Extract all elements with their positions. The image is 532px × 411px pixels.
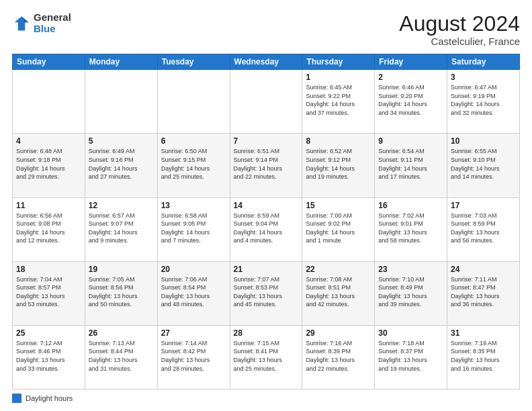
day-info: Sunrise: 7:00 AM Sunset: 9:02 PM Dayligh… bbox=[306, 212, 371, 245]
day-number: 26 bbox=[89, 328, 154, 338]
table-row bbox=[85, 70, 157, 134]
logo-text: General Blue bbox=[34, 12, 71, 34]
day-info: Sunrise: 7:06 AM Sunset: 8:54 PM Dayligh… bbox=[161, 275, 226, 309]
day-info: Sunrise: 6:48 AM Sunset: 9:18 PM Dayligh… bbox=[16, 147, 81, 181]
table-row: 9Sunrise: 6:54 AM Sunset: 9:11 PM Daylig… bbox=[375, 134, 447, 197]
col-sunday: Sunday bbox=[13, 54, 85, 70]
col-wednesday: Wednesday bbox=[230, 54, 302, 70]
table-row bbox=[230, 70, 302, 134]
day-number: 24 bbox=[451, 265, 516, 274]
day-info: Sunrise: 7:11 AM Sunset: 8:47 PM Dayligh… bbox=[451, 275, 516, 309]
table-row: 13Sunrise: 6:58 AM Sunset: 9:05 PM Dayli… bbox=[157, 197, 230, 261]
day-info: Sunrise: 7:12 AM Sunset: 8:46 PM Dayligh… bbox=[16, 339, 81, 373]
day-info: Sunrise: 7:18 AM Sunset: 8:37 PM Dayligh… bbox=[378, 339, 443, 373]
day-number: 12 bbox=[89, 201, 154, 210]
day-number: 7 bbox=[234, 136, 299, 146]
day-info: Sunrise: 6:45 AM Sunset: 9:22 PM Dayligh… bbox=[306, 83, 371, 117]
table-row: 28Sunrise: 7:15 AM Sunset: 8:41 PM Dayli… bbox=[230, 325, 302, 389]
day-info: Sunrise: 7:08 AM Sunset: 8:51 PM Dayligh… bbox=[306, 275, 371, 309]
day-info: Sunrise: 6:51 AM Sunset: 9:14 PM Dayligh… bbox=[234, 147, 299, 181]
table-row bbox=[157, 70, 230, 134]
day-number: 16 bbox=[378, 201, 443, 210]
day-info: Sunrise: 6:49 AM Sunset: 9:16 PM Dayligh… bbox=[89, 147, 154, 181]
month-year-title: August 2024 bbox=[399, 12, 520, 36]
day-info: Sunrise: 7:19 AM Sunset: 8:35 PM Dayligh… bbox=[451, 339, 516, 373]
day-number: 18 bbox=[16, 265, 81, 274]
table-row: 21Sunrise: 7:07 AM Sunset: 8:53 PM Dayli… bbox=[230, 261, 302, 325]
day-info: Sunrise: 7:07 AM Sunset: 8:53 PM Dayligh… bbox=[234, 275, 299, 309]
table-row: 27Sunrise: 7:14 AM Sunset: 8:42 PM Dayli… bbox=[157, 325, 230, 389]
col-tuesday: Tuesday bbox=[157, 54, 230, 70]
logo: General Blue bbox=[12, 12, 71, 34]
day-number: 14 bbox=[234, 201, 299, 210]
day-number: 1 bbox=[306, 73, 371, 82]
table-row: 6Sunrise: 6:50 AM Sunset: 9:15 PM Daylig… bbox=[157, 134, 230, 197]
day-info: Sunrise: 6:57 AM Sunset: 9:07 PM Dayligh… bbox=[89, 212, 154, 245]
day-info: Sunrise: 6:47 AM Sunset: 9:19 PM Dayligh… bbox=[451, 83, 516, 117]
day-info: Sunrise: 6:59 AM Sunset: 9:04 PM Dayligh… bbox=[234, 212, 299, 245]
calendar-week-row: 1Sunrise: 6:45 AM Sunset: 9:22 PM Daylig… bbox=[13, 70, 520, 134]
table-row: 1Sunrise: 6:45 AM Sunset: 9:22 PM Daylig… bbox=[302, 70, 375, 134]
day-info: Sunrise: 7:05 AM Sunset: 8:56 PM Dayligh… bbox=[89, 275, 154, 309]
table-row: 11Sunrise: 6:56 AM Sunset: 9:08 PM Dayli… bbox=[13, 197, 85, 261]
table-row: 17Sunrise: 7:03 AM Sunset: 8:59 PM Dayli… bbox=[447, 197, 520, 261]
col-thursday: Thursday bbox=[302, 54, 375, 70]
legend: Daylight hours bbox=[12, 394, 520, 403]
day-number: 6 bbox=[161, 136, 226, 146]
table-row: 29Sunrise: 7:16 AM Sunset: 8:39 PM Dayli… bbox=[302, 325, 375, 389]
table-row: 23Sunrise: 7:10 AM Sunset: 8:49 PM Dayli… bbox=[375, 261, 447, 325]
day-number: 5 bbox=[89, 136, 154, 146]
day-number: 10 bbox=[451, 136, 516, 146]
table-row: 18Sunrise: 7:04 AM Sunset: 8:57 PM Dayli… bbox=[13, 261, 85, 325]
table-row: 5Sunrise: 6:49 AM Sunset: 9:16 PM Daylig… bbox=[85, 134, 157, 197]
table-row: 8Sunrise: 6:52 AM Sunset: 9:12 PM Daylig… bbox=[302, 134, 375, 197]
day-info: Sunrise: 7:02 AM Sunset: 9:01 PM Dayligh… bbox=[378, 212, 443, 245]
table-row: 3Sunrise: 6:47 AM Sunset: 9:19 PM Daylig… bbox=[447, 70, 520, 134]
calendar-header-row: Sunday Monday Tuesday Wednesday Thursday… bbox=[13, 54, 520, 70]
day-info: Sunrise: 6:46 AM Sunset: 9:20 PM Dayligh… bbox=[378, 83, 443, 117]
day-number: 17 bbox=[451, 201, 516, 210]
table-row: 24Sunrise: 7:11 AM Sunset: 8:47 PM Dayli… bbox=[447, 261, 520, 325]
title-block: August 2024 Castelculier, France bbox=[399, 12, 520, 47]
day-number: 31 bbox=[451, 328, 516, 338]
day-info: Sunrise: 6:58 AM Sunset: 9:05 PM Dayligh… bbox=[161, 212, 226, 245]
day-info: Sunrise: 7:04 AM Sunset: 8:57 PM Dayligh… bbox=[16, 275, 81, 309]
page: General Blue August 2024 Castelculier, F… bbox=[0, 0, 532, 411]
logo-blue-text: Blue bbox=[34, 24, 71, 35]
day-number: 4 bbox=[16, 136, 81, 146]
table-row: 7Sunrise: 6:51 AM Sunset: 9:14 PM Daylig… bbox=[230, 134, 302, 197]
day-number: 15 bbox=[306, 201, 371, 210]
calendar-table: Sunday Monday Tuesday Wednesday Thursday… bbox=[12, 54, 520, 390]
table-row: 22Sunrise: 7:08 AM Sunset: 8:51 PM Dayli… bbox=[302, 261, 375, 325]
day-number: 8 bbox=[306, 136, 371, 146]
legend-color-box bbox=[12, 394, 21, 403]
day-number: 21 bbox=[234, 265, 299, 274]
day-info: Sunrise: 6:50 AM Sunset: 9:15 PM Dayligh… bbox=[161, 147, 226, 181]
day-number: 11 bbox=[16, 201, 81, 210]
col-monday: Monday bbox=[85, 54, 157, 70]
day-number: 19 bbox=[89, 265, 154, 274]
day-number: 20 bbox=[161, 265, 226, 274]
calendar-week-row: 18Sunrise: 7:04 AM Sunset: 8:57 PM Dayli… bbox=[13, 261, 520, 325]
svg-marker-0 bbox=[15, 16, 29, 30]
day-info: Sunrise: 7:15 AM Sunset: 8:41 PM Dayligh… bbox=[234, 339, 299, 373]
day-info: Sunrise: 6:55 AM Sunset: 9:10 PM Dayligh… bbox=[451, 147, 516, 181]
table-row: 4Sunrise: 6:48 AM Sunset: 9:18 PM Daylig… bbox=[13, 134, 85, 197]
day-number: 13 bbox=[161, 201, 226, 210]
day-number: 3 bbox=[451, 73, 516, 82]
day-number: 9 bbox=[378, 136, 443, 146]
logo-general-text: General bbox=[34, 12, 71, 24]
table-row: 20Sunrise: 7:06 AM Sunset: 8:54 PM Dayli… bbox=[157, 261, 230, 325]
day-number: 23 bbox=[378, 265, 443, 274]
table-row: 16Sunrise: 7:02 AM Sunset: 9:01 PM Dayli… bbox=[375, 197, 447, 261]
table-row: 10Sunrise: 6:55 AM Sunset: 9:10 PM Dayli… bbox=[447, 134, 520, 197]
calendar-week-row: 4Sunrise: 6:48 AM Sunset: 9:18 PM Daylig… bbox=[13, 134, 520, 197]
table-row: 14Sunrise: 6:59 AM Sunset: 9:04 PM Dayli… bbox=[230, 197, 302, 261]
table-row: 26Sunrise: 7:13 AM Sunset: 8:44 PM Dayli… bbox=[85, 325, 157, 389]
day-number: 28 bbox=[234, 328, 299, 338]
day-info: Sunrise: 7:10 AM Sunset: 8:49 PM Dayligh… bbox=[378, 275, 443, 309]
day-number: 25 bbox=[16, 328, 81, 338]
day-info: Sunrise: 6:56 AM Sunset: 9:08 PM Dayligh… bbox=[16, 212, 81, 245]
location-subtitle: Castelculier, France bbox=[399, 36, 520, 47]
legend-label: Daylight hours bbox=[26, 394, 73, 402]
